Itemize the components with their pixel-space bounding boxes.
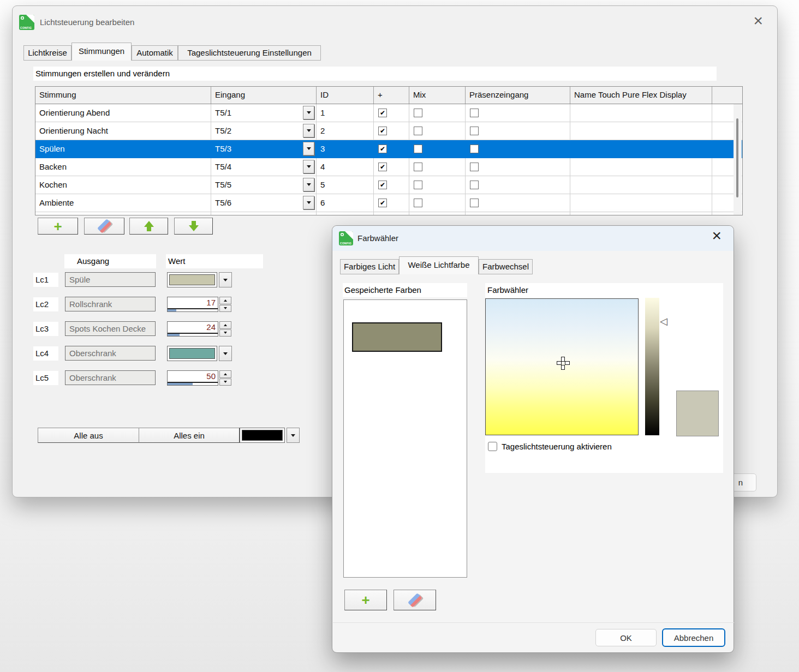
wert-color-dropdown-lc4[interactable] bbox=[167, 346, 232, 361]
wert-spinner-lc2[interactable]: 17 bbox=[167, 297, 232, 312]
mix-checkbox[interactable] bbox=[414, 145, 422, 153]
table-row[interactable]: Kochen T5/5 5 ✔ bbox=[35, 176, 742, 194]
praesenz-checkbox[interactable] bbox=[470, 145, 479, 153]
column-header-stimmung[interactable]: Stimmung bbox=[35, 87, 211, 104]
plus-checkbox[interactable]: ✔ bbox=[378, 163, 387, 171]
column-header-id[interactable]: ID bbox=[317, 87, 374, 104]
config-icon bbox=[19, 15, 34, 30]
plus-checkbox[interactable]: ✔ bbox=[378, 109, 387, 117]
plus-checkbox[interactable]: ✔ bbox=[378, 127, 387, 135]
saved-colors-list[interactable] bbox=[343, 299, 467, 578]
praesenz-checkbox[interactable] bbox=[470, 181, 479, 189]
left-triangle-icon[interactable] bbox=[660, 316, 667, 326]
ausgang-field-lc4[interactable]: Oberschrank bbox=[65, 346, 156, 361]
lc-label: Lc3 bbox=[33, 322, 58, 336]
mix-checkbox[interactable] bbox=[414, 109, 422, 117]
mix-checkbox[interactable] bbox=[414, 127, 422, 135]
mix-checkbox[interactable] bbox=[414, 163, 422, 171]
tab-automatik[interactable]: Automatik bbox=[132, 45, 178, 61]
column-header-plus[interactable]: + bbox=[374, 87, 409, 104]
chevron-down-icon[interactable] bbox=[303, 196, 314, 209]
add-color-button[interactable] bbox=[344, 590, 387, 610]
cell-stimmung: Orientierung Nacht bbox=[35, 122, 211, 140]
alles-ein-button[interactable]: Alles ein bbox=[139, 428, 240, 443]
plus-checkbox[interactable]: ✔ bbox=[378, 181, 387, 189]
chevron-down-icon[interactable] bbox=[287, 428, 300, 443]
chevron-down-icon[interactable] bbox=[303, 106, 314, 119]
column-header-eingang[interactable]: Eingang bbox=[211, 87, 317, 104]
table-scrollbar[interactable] bbox=[734, 104, 742, 215]
wert-color-dropdown-lc1[interactable] bbox=[167, 272, 232, 287]
cell-stimmung: Ambiente bbox=[35, 194, 211, 212]
add-stimmung-button[interactable] bbox=[38, 218, 78, 235]
alle-aus-button[interactable]: Alle aus bbox=[38, 428, 139, 443]
ausgang-field-lc5[interactable]: Oberschrank bbox=[65, 370, 156, 385]
wert-spinner-lc5[interactable]: 50 bbox=[167, 370, 232, 386]
close-icon[interactable] bbox=[712, 229, 722, 243]
move-down-button[interactable] bbox=[174, 218, 213, 235]
chevron-down-icon[interactable] bbox=[303, 160, 314, 173]
praesenz-checkbox[interactable] bbox=[470, 199, 479, 207]
wert-spinner-lc3[interactable]: 24 bbox=[167, 321, 232, 337]
color-picker-panel: Farbwähler Tageslichtsteuerung aktiviere… bbox=[485, 283, 723, 473]
color-gradient-field[interactable] bbox=[485, 298, 639, 435]
color-swatch bbox=[169, 274, 215, 285]
dialog-title: Farbwähler bbox=[357, 231, 398, 245]
crosshair-icon[interactable] bbox=[557, 357, 570, 370]
eingang-value: T5/5 bbox=[215, 180, 231, 189]
table-scrollbar-thumb[interactable] bbox=[736, 118, 738, 197]
close-icon[interactable] bbox=[753, 14, 763, 28]
move-up-button[interactable] bbox=[129, 218, 168, 235]
ausgang-field-lc1[interactable]: Spüle bbox=[65, 272, 156, 287]
column-header-name-display[interactable]: Name Touch Pure Flex Display bbox=[570, 87, 712, 104]
ausgang-header-strip: Ausgang bbox=[64, 254, 156, 268]
chevron-down-icon[interactable] bbox=[303, 178, 314, 191]
chevron-down-icon[interactable] bbox=[219, 346, 232, 361]
tab-tageslichtsteuerung[interactable]: Tageslichtsteuerung Einstellungen bbox=[178, 45, 321, 61]
plus-checkbox[interactable]: ✔ bbox=[378, 199, 387, 207]
value-progress-bar bbox=[168, 383, 193, 385]
delete-stimmung-button[interactable] bbox=[84, 218, 124, 235]
praesenz-checkbox[interactable] bbox=[470, 163, 479, 171]
tab-farbwechsel[interactable]: Farbwechsel bbox=[479, 259, 533, 274]
cancel-button[interactable]: Abbrechen bbox=[662, 628, 725, 647]
brightness-bar[interactable] bbox=[645, 298, 659, 435]
chevron-down-icon[interactable] bbox=[303, 124, 314, 137]
ok-button[interactable]: OK bbox=[595, 629, 657, 646]
mix-checkbox[interactable] bbox=[414, 181, 422, 189]
column-header-mix[interactable]: Mix bbox=[409, 87, 466, 104]
spin-up-button[interactable] bbox=[219, 321, 231, 329]
praesenz-checkbox[interactable] bbox=[470, 127, 479, 135]
tab-lichtkreise[interactable]: Lichtkreise bbox=[23, 45, 71, 61]
spin-up-button[interactable] bbox=[219, 297, 231, 304]
spin-up-button[interactable] bbox=[219, 370, 231, 378]
spin-down-button[interactable] bbox=[219, 329, 231, 337]
column-header-praesenzeingang[interactable]: Präsenzeingang bbox=[466, 87, 570, 104]
plus-checkbox[interactable]: ✔ bbox=[378, 145, 387, 153]
ausgang-field-lc3[interactable]: Spots Kochen Decke bbox=[65, 321, 156, 336]
table-row[interactable]: Orientierung Abend T5/1 1 ✔ bbox=[35, 104, 742, 122]
arrow-down-icon bbox=[189, 221, 199, 231]
tageslichtsteuerung-checkbox[interactable] bbox=[488, 442, 497, 451]
table-row[interactable]: Orientierung Nacht T5/2 2 ✔ bbox=[35, 122, 742, 140]
cell-stimmung: Spülen bbox=[35, 140, 211, 158]
table-row-selected[interactable]: Spülen T5/3 3 ✔ bbox=[35, 140, 742, 158]
chevron-down-icon[interactable] bbox=[303, 142, 314, 155]
table-row[interactable]: Ambiente T5/6 6 ✔ bbox=[35, 194, 742, 212]
chevron-down-icon[interactable] bbox=[219, 272, 232, 287]
value-progress-bar bbox=[168, 309, 176, 311]
delete-color-button[interactable] bbox=[393, 590, 436, 610]
tab-stimmungen[interactable]: Stimmungen bbox=[71, 43, 132, 61]
spin-down-button[interactable] bbox=[219, 305, 231, 313]
spin-down-button[interactable] bbox=[219, 379, 231, 386]
plus-icon bbox=[361, 594, 369, 606]
tab-weisse-lichtfarbe[interactable]: Weiße Lichtfarbe bbox=[399, 256, 479, 274]
mix-checkbox[interactable] bbox=[414, 199, 422, 207]
tab-farbiges-licht[interactable]: Farbiges Licht bbox=[340, 259, 399, 274]
spinner-value: 17 bbox=[168, 297, 218, 309]
praesenz-checkbox[interactable] bbox=[470, 109, 479, 117]
saved-color-swatch[interactable] bbox=[352, 322, 442, 352]
master-color-dropdown[interactable] bbox=[240, 428, 300, 443]
ausgang-field-lc2[interactable]: Rollschrank bbox=[65, 297, 156, 311]
table-row[interactable]: Backen T5/4 4 ✔ bbox=[35, 158, 742, 176]
